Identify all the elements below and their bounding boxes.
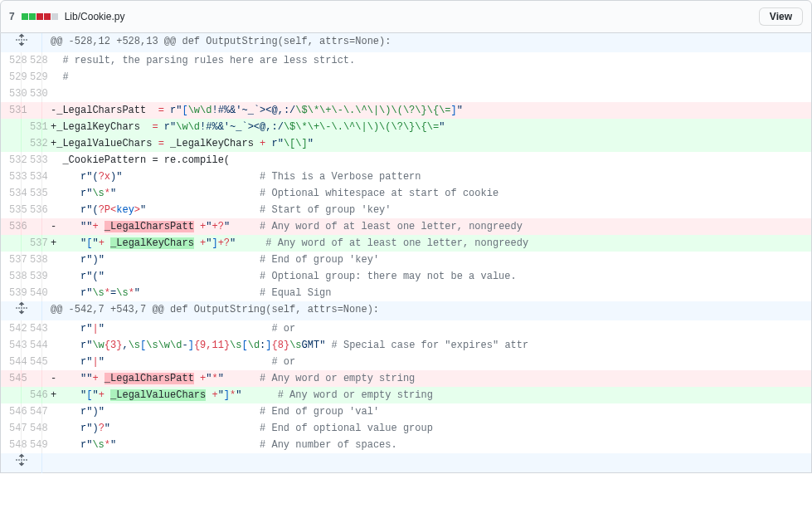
code-content: r"(" # Optional group: there may not be … <box>42 268 812 285</box>
code-content <box>42 86 812 102</box>
line-num-new[interactable]: 531 <box>22 119 42 135</box>
line-num-old[interactable]: 546 <box>1 403 22 420</box>
diff-line-addition: 531+_LegalKeyChars = r"\w\d!#%&'~_`><@,:… <box>1 119 812 135</box>
line-num-old[interactable]: 542 <box>1 320 22 337</box>
line-num-old[interactable]: 548 <box>1 437 22 453</box>
code-content: +_LegalKeyChars = r"\w\d!#%&'~_`><@,:/\$… <box>42 119 812 135</box>
diff-line: 538539 r"(" # Optional group: there may … <box>1 268 812 285</box>
hunk-text: @@ -542,7 +543,7 @@ def OutputString(sel… <box>42 301 812 320</box>
code-content: r")" # End of group 'key' <box>42 252 812 268</box>
diff-line-deletion: 536- ""+ _LegalCharsPatt +"+?" # Any wor… <box>1 218 812 235</box>
file-header: 7 Lib/Cookie.py View <box>0 0 812 33</box>
diff-count: 7 <box>9 11 15 22</box>
line-num-old[interactable]: 530 <box>1 86 22 102</box>
code-content: _CookiePattern = re.compile( <box>42 152 812 169</box>
line-num-old[interactable]: 538 <box>1 268 22 285</box>
hunk-header: @@ -528,12 +528,13 @@ def OutputString(s… <box>1 33 812 52</box>
code-content: -_LegalCharsPatt = r"[\w\d!#%&'~_`><@,:/… <box>42 102 812 119</box>
line-num-old[interactable]: 545 <box>1 370 22 387</box>
line-num-new[interactable]: 537 <box>22 235 42 252</box>
diff-line: 528528 # result, the parsing rules here … <box>1 52 812 69</box>
diff-line: 532533 _CookiePattern = re.compile( <box>1 152 812 169</box>
diff-line-deletion: 545- ""+ _LegalCharsPatt +"*" # Any word… <box>1 370 812 387</box>
unfold-icon <box>15 453 28 467</box>
line-num-old[interactable]: 539 <box>1 285 22 301</box>
code-content: r"|" # or <box>42 320 812 337</box>
diff-line-addition: 546+ "["+ _LegalValueChars +"]*" # Any w… <box>1 387 812 403</box>
diff-stat-bars <box>22 13 58 20</box>
diff-bar-add <box>29 13 36 20</box>
expand-button[interactable] <box>1 453 42 473</box>
code-content: - ""+ _LegalCharsPatt +"+?" # Any word o… <box>42 218 812 235</box>
code-content: r"\s*=\s*" # Equal Sign <box>42 285 812 301</box>
expand-button[interactable] <box>1 33 42 52</box>
line-num-old[interactable] <box>1 119 22 135</box>
diff-bar-del <box>44 13 51 20</box>
line-num-old[interactable]: 547 <box>1 420 22 437</box>
diff-line: 548549 r"\s*" # Any number of spaces. <box>1 437 812 453</box>
diff-line: 529529 # <box>1 69 812 86</box>
code-content: r"(?x)" # This is a Verbose pattern <box>42 169 812 185</box>
diff-bar-del <box>36 13 43 20</box>
view-button[interactable]: View <box>759 7 803 26</box>
diff-line: 544545 r"|" # or <box>1 354 812 370</box>
diff-line-deletion: 531-_LegalCharsPatt = r"[\w\d!#%&'~_`><@… <box>1 102 812 119</box>
diff-line-addition: 537+ "["+ _LegalKeyChars +"]+?" # Any wo… <box>1 235 812 252</box>
line-num-old[interactable]: 535 <box>1 202 22 218</box>
code-content: + "["+ _LegalKeyChars +"]+?" # Any word … <box>42 235 812 252</box>
line-num-old[interactable] <box>1 135 22 152</box>
line-num-old[interactable]: 531 <box>1 102 22 119</box>
code-content: # result, the parsing rules here are les… <box>42 52 812 69</box>
hunk-text: @@ -528,12 +528,13 @@ def OutputString(s… <box>42 33 812 52</box>
diff-line: 530530 <box>1 86 812 102</box>
line-num-new[interactable]: 532 <box>22 135 42 152</box>
diff-line: 543544 r"\w{3},\s[\s\w\d-]{9,11}\s[\d:]{… <box>1 337 812 354</box>
code-content: +_LegalValueChars = _LegalKeyChars + r"\… <box>42 135 812 152</box>
code-content: r"(?P<key>" # Start of group 'key' <box>42 202 812 218</box>
line-num-old[interactable]: 537 <box>1 252 22 268</box>
hunk-text <box>42 453 812 473</box>
diff-line: 537538 r")" # End of group 'key' <box>1 252 812 268</box>
code-content: r")?" # End of optional value group <box>42 420 812 437</box>
diff-line: 542543 r"|" # or <box>1 320 812 337</box>
hunk-header: @@ -542,7 +543,7 @@ def OutputString(sel… <box>1 301 812 320</box>
code-content: - ""+ _LegalCharsPatt +"*" # Any word or… <box>42 370 812 387</box>
expand-button[interactable] <box>1 301 42 320</box>
line-num-old[interactable]: 528 <box>1 52 22 69</box>
hunk-header <box>1 453 812 473</box>
code-content: r"\s*" # Optional whitespace at start of… <box>42 185 812 202</box>
code-content: # <box>42 69 812 86</box>
code-content: r"\s*" # Any number of spaces. <box>42 437 812 453</box>
diff-table: @@ -528,12 +528,13 @@ def OutputString(s… <box>0 33 812 473</box>
unfold-icon <box>15 33 28 46</box>
file-info: 7 Lib/Cookie.py <box>9 11 124 22</box>
line-num-old[interactable]: 533 <box>1 169 22 185</box>
diff-line-addition: 532+_LegalValueChars = _LegalKeyChars + … <box>1 135 812 152</box>
diff-line: 533534 r"(?x)" # This is a Verbose patte… <box>1 169 812 185</box>
line-num-old[interactable]: 529 <box>1 69 22 86</box>
code-content: r")" # End of group 'val' <box>42 403 812 420</box>
diff-line: 539540 r"\s*=\s*" # Equal Sign <box>1 285 812 301</box>
line-num-old[interactable]: 534 <box>1 185 22 202</box>
code-content: + "["+ _LegalValueChars +"]*" # Any word… <box>42 387 812 403</box>
diff-line: 535536 r"(?P<key>" # Start of group 'key… <box>1 202 812 218</box>
line-num-new[interactable]: 546 <box>22 387 42 403</box>
code-content: r"\w{3},\s[\s\w\d-]{9,11}\s[\d:]{8}\sGMT… <box>42 337 812 354</box>
file-path[interactable]: Lib/Cookie.py <box>65 11 125 22</box>
line-num-old[interactable]: 544 <box>1 354 22 370</box>
line-num-old[interactable]: 532 <box>1 152 22 169</box>
line-num-old[interactable] <box>1 387 22 403</box>
diff-bar-neutral <box>51 13 58 20</box>
code-content: r"|" # or <box>42 354 812 370</box>
diff-bar-add <box>22 13 28 20</box>
line-num-old[interactable]: 536 <box>1 218 22 235</box>
line-num-old[interactable]: 543 <box>1 337 22 354</box>
unfold-icon <box>15 301 28 315</box>
diff-line: 546547 r")" # End of group 'val' <box>1 403 812 420</box>
line-num-old[interactable] <box>1 235 22 252</box>
diff-line: 547548 r")?" # End of optional value gro… <box>1 420 812 437</box>
diff-line: 534535 r"\s*" # Optional whitespace at s… <box>1 185 812 202</box>
